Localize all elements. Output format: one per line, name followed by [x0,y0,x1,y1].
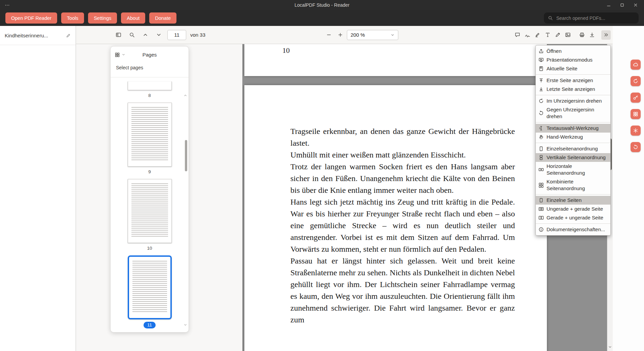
menu-item-label: Öffnen [547,48,562,55]
print-icon [579,32,585,38]
document-tab-label: Kindheitserinneru... [5,33,66,38]
thumbnail-page-image[interactable] [128,179,172,243]
comment-icon [515,32,520,38]
menu-item-label: Gerade + ungerade Seite [547,214,603,221]
panel-scroll-down-button[interactable] [184,323,187,327]
previous-page-button[interactable] [140,30,150,40]
search-input[interactable] [556,15,635,21]
highlighter-icon [535,32,540,38]
thumbnail-page-image[interactable] [128,103,172,167]
scroll-down-button[interactable] [608,345,612,349]
menu-item-label: Textauswahl-Werkzeug [547,125,599,132]
tools-button[interactable]: Tools [61,12,84,24]
minimize-button[interactable] [606,3,611,7]
menu-item-label: Kombinierte Seitenanordnung [547,178,607,192]
spread-even-icon [538,215,544,220]
page-thumbnail-11[interactable]: 11 [128,255,172,328]
thumbnail-view-grid-icon[interactable] [115,52,120,58]
menu-item-horizontal-scrolling[interactable]: Horizontale Seitenanordnung [536,162,610,177]
menu-separator [536,74,610,75]
maximize-button[interactable] [620,3,625,7]
vertical-scroll-icon [538,155,544,160]
find-in-document-button[interactable] [127,30,136,40]
rename-pencil-icon[interactable] [66,33,71,38]
page-thumbnail-8[interactable]: 8 [128,81,172,99]
chevron-down-icon[interactable] [122,53,125,57]
close-button[interactable] [633,3,638,7]
thumbnail-page-image[interactable] [128,255,172,319]
menu-item-document-properties[interactable]: Dokumenteigenschaften... [536,225,610,234]
pdf-page-10: 10 [244,44,547,76]
zoom-select[interactable]: 200 % [347,30,398,40]
toggle-sidebar-button[interactable] [114,30,123,40]
menu-item-wrapped-scrolling[interactable]: Kombinierte Seitenanordnung [536,177,610,193]
zoom-out-button[interactable] [324,30,333,40]
settings-button[interactable]: Settings [88,12,117,24]
menu-item-even-spreads[interactable]: Gerade + ungerade Seite [536,213,610,222]
zoom-in-button[interactable] [335,30,345,40]
menu-item-open[interactable]: Öffnen [536,47,610,56]
right-tools-strip [613,26,644,351]
download-button[interactable] [587,30,597,40]
side-tool-cloud-button[interactable] [631,60,641,70]
snowflake-icon [633,128,638,133]
menu-item-label: Horizontale Seitenanordnung [547,163,607,176]
menu-item-current-page[interactable]: Aktuelle Seite [536,64,610,73]
page-thumbnail-10[interactable]: 10 [128,179,172,251]
menu-item-rotate-clockwise[interactable]: Im Uhrzeigersinn drehen [536,97,610,105]
next-page-button[interactable] [154,30,163,40]
signature-button[interactable] [523,30,532,40]
main-area: Kindheitserinneru... von 33 [0,26,644,351]
document-tab[interactable]: Kindheitserinneru... [0,26,76,45]
menu-item-label: Einzelseitenanordnung [547,145,598,152]
pages-panel: Pages Select pages 891011 [110,46,189,332]
page-number-input[interactable] [167,30,186,40]
panel-scroll-up-button[interactable] [184,94,187,97]
select-pages-button[interactable]: Select pages [111,62,189,77]
menu-item-presentation-mode[interactable]: Präsentationsmodus [536,56,610,64]
menu-item-first-page[interactable]: Erste Seite anzeigen [536,76,610,85]
current-page-icon [538,66,544,71]
page-thumbnail-9[interactable]: 9 [128,103,172,175]
open-pdf-reader-button[interactable]: Open PDF Reader [5,12,57,24]
menu-item-last-page[interactable]: Letzte Seite anzeigen [536,85,610,94]
rotate-cw-icon [538,98,544,104]
more-icon [603,32,609,38]
panel-scrollbar-thumb[interactable] [185,140,187,171]
presentation-icon [538,57,544,63]
more-tools-button[interactable] [601,30,611,40]
menu-item-text-selection-tool[interactable]: Textauswahl-Werkzeug [536,124,610,133]
doc-props-icon [538,227,544,232]
pdf-paragraph: Hans legt sich jetzt mächtig ins Zeug un… [290,196,515,255]
pdf-paragraph: Umhüllt mit einer weißen matt glänzenden… [290,149,515,161]
thumbnail-page-number: 10 [147,245,152,251]
menu-item-hand-tool[interactable]: Hand-Werkzeug [536,133,610,141]
menu-item-label: Hand-Werkzeug [547,134,583,140]
menu-item-rotate-counterclockwise[interactable]: Gegen Uhrzeigersinn drehen [536,105,610,121]
donate-button[interactable]: Donate [149,12,176,24]
sidebar-toggle-icon [116,32,121,38]
highlighter-button[interactable] [533,30,542,40]
comment-button[interactable] [513,30,522,40]
menu-item-label: Erste Seite anzeigen [547,77,593,84]
side-tool-refresh-button[interactable] [631,142,641,152]
menu-separator [536,122,610,122]
thumbnail-page-number: 9 [148,169,151,175]
side-tool-grid-button[interactable] [631,109,641,119]
menu-item-vertical-scrolling[interactable]: Vertikale Seitenanordnung [536,153,610,162]
thumbnail-page-image[interactable] [128,81,172,90]
add-image-button[interactable] [563,30,572,40]
zoom-value: 200 % [351,32,365,38]
side-tool-rotate-button[interactable] [631,76,641,86]
side-tool-snowflake-button[interactable] [631,126,641,136]
menu-item-odd-spreads[interactable]: Ungerade + gerade Seite [536,205,610,213]
menu-item-label: Aktuelle Seite [547,65,577,72]
about-button[interactable]: About [121,12,145,24]
menu-item-page-scrolling[interactable]: Einzelseitenanordnung [536,144,610,153]
draw-button[interactable] [553,30,562,40]
print-button[interactable] [577,30,587,40]
free-text-button[interactable] [543,30,552,40]
menu-item-no-spreads[interactable]: Einzelne Seiten [536,196,610,205]
app-menu-ellipsis-icon[interactable] [5,3,10,8]
side-tool-key-button[interactable] [631,93,641,103]
